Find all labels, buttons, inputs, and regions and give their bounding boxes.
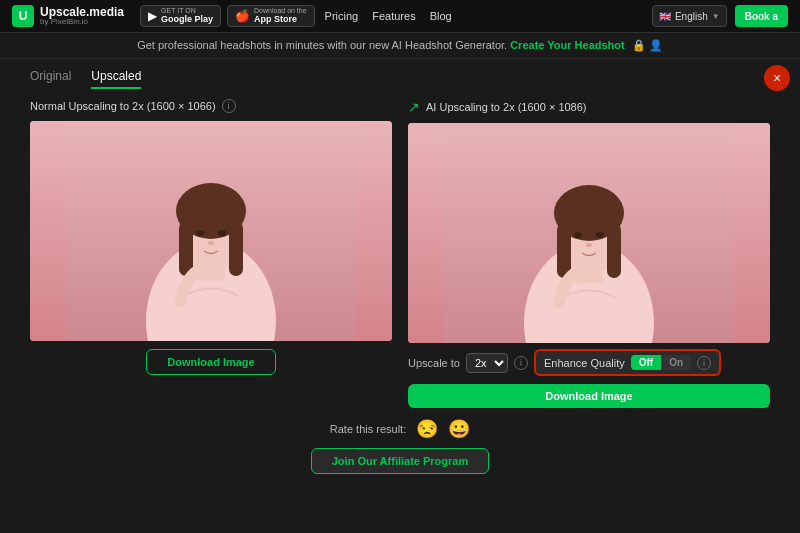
svg-rect-17 (607, 223, 621, 278)
enhance-quality-area: Enhance Quality Off On i (534, 349, 721, 376)
book-button[interactable]: Book a (735, 5, 788, 27)
appstore-text: Download on the App Store (254, 7, 307, 25)
left-person (30, 121, 392, 341)
tab-original[interactable]: Original (30, 69, 71, 89)
tab-upscaled[interactable]: Upscaled (91, 69, 141, 89)
blog-link[interactable]: Blog (430, 10, 452, 22)
chevron-down-icon: ▼ (712, 12, 720, 21)
svg-point-8 (218, 230, 226, 236)
right-download-button[interactable]: Download Image (408, 384, 770, 408)
affiliate-banner: Join Our Affiliate Program (30, 448, 770, 474)
lock-icon: 🔒 (632, 39, 646, 51)
tabs: Original Upscaled (30, 69, 770, 89)
left-image-container (30, 121, 392, 341)
upscale-select[interactable]: 2x 4x (466, 353, 508, 373)
upscale-info-icon[interactable]: i (514, 356, 528, 370)
toggle-off-button[interactable]: Off (631, 355, 661, 370)
left-photo-bg (30, 121, 392, 341)
appstore-name: App Store (254, 15, 307, 25)
left-download-button[interactable]: Download Image (146, 349, 275, 375)
right-title-text: AI Upscaling to 2x (1600 × 1086) (426, 101, 587, 113)
nav-right: 🇬🇧 English ▼ Book a (652, 5, 788, 27)
svg-point-19 (596, 232, 604, 238)
enhance-toggle-group: Off On (631, 355, 691, 370)
right-panel-controls: Upscale to 2x 4x i Enhance Quality Off O… (408, 349, 770, 376)
navbar: U Upscale.media by PixelBin.io ▶ GET IT … (0, 0, 800, 33)
svg-point-21 (572, 261, 586, 273)
bad-rating-button[interactable]: 😒 (416, 418, 438, 440)
right-download-row: Download Image (408, 384, 770, 408)
store-badges: ▶ GET IT ON Google Play 🍎 Download on th… (140, 5, 315, 27)
app-store-badge[interactable]: 🍎 Download on the App Store (227, 5, 315, 27)
play-text: GET IT ON Google Play (161, 7, 213, 25)
toggle-on-button[interactable]: On (661, 355, 691, 370)
enhance-quality-label: Enhance Quality (544, 357, 625, 369)
close-button[interactable]: × (764, 65, 790, 91)
rating-area: Rate this result: 😒 😀 (30, 418, 770, 440)
main-area: Original Upscaled Normal Upscaling to 2x… (0, 59, 800, 527)
enhance-info-icon[interactable]: i (697, 356, 711, 370)
pricing-link[interactable]: Pricing (325, 10, 359, 22)
announcement-bar: Get professional headshots in minutes wi… (0, 33, 800, 59)
svg-point-7 (196, 230, 204, 236)
svg-rect-6 (229, 221, 243, 276)
right-image-container (408, 123, 770, 343)
svg-rect-5 (179, 221, 193, 276)
language-selector[interactable]: 🇬🇧 English ▼ (652, 5, 727, 27)
lang-text: English (675, 11, 708, 22)
upscale-label: Upscale to (408, 357, 460, 369)
left-panel: Normal Upscaling to 2x (1600 × 1066) i (30, 99, 392, 408)
svg-point-9 (208, 241, 214, 245)
left-download-row: Download Image (30, 349, 392, 375)
lang-flag: 🇬🇧 (659, 11, 671, 22)
right-photo-bg (408, 123, 770, 343)
features-link[interactable]: Features (372, 10, 415, 22)
left-info-icon[interactable]: i (222, 99, 236, 113)
ai-upscale-icon: ↗ (408, 99, 420, 115)
affiliate-button[interactable]: Join Our Affiliate Program (311, 448, 490, 474)
play-name: Google Play (161, 15, 213, 25)
right-panel: ↗ AI Upscaling to 2x (1600 × 1086) (408, 99, 770, 408)
left-panel-title: Normal Upscaling to 2x (1600 × 1066) i (30, 99, 392, 113)
logo-icon: U (12, 5, 34, 27)
apple-icon: 🍎 (235, 9, 250, 23)
rating-label: Rate this result: (330, 423, 406, 435)
logo-text: Upscale.media by PixelBin.io (40, 6, 124, 26)
user-icon: 👤 (649, 39, 663, 51)
right-panel-title: ↗ AI Upscaling to 2x (1600 × 1086) (408, 99, 770, 115)
panels-wrapper: Normal Upscaling to 2x (1600 × 1066) i (30, 99, 770, 408)
svg-point-20 (586, 243, 592, 247)
logo-sub: by PixelBin.io (40, 18, 124, 26)
left-title-text: Normal Upscaling to 2x (1600 × 1066) (30, 100, 216, 112)
svg-rect-16 (557, 223, 571, 278)
google-play-badge[interactable]: ▶ GET IT ON Google Play (140, 5, 221, 27)
svg-point-18 (574, 232, 582, 238)
announcement-text: Get professional headshots in minutes wi… (137, 39, 507, 51)
play-icon: ▶ (148, 9, 157, 23)
right-svg (408, 123, 770, 343)
nav-links: Pricing Features Blog (325, 10, 652, 22)
good-rating-button[interactable]: 😀 (448, 418, 470, 440)
left-svg (30, 121, 392, 341)
create-headshot-link[interactable]: Create Your Headshot (510, 39, 625, 51)
logo: U Upscale.media by PixelBin.io (12, 5, 124, 27)
svg-point-10 (194, 259, 208, 271)
